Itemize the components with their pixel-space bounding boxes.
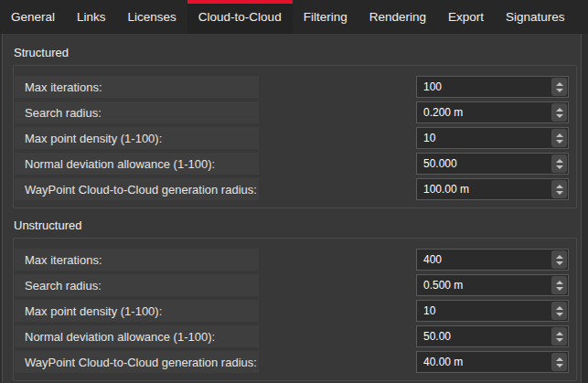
spin-up-icon[interactable]	[556, 306, 563, 310]
settings-tab-bar: General Links Licenses Cloud-to-Cloud Fi…	[0, 0, 588, 34]
structured-row-waypoint-radius: WayPoint Cloud-to-Cloud generation radiu…	[15, 178, 569, 200]
search-radius-spinbox[interactable]: 0.200 m	[416, 101, 569, 123]
tab-licenses[interactable]: Licenses	[117, 0, 187, 34]
spinbox-value: 400	[417, 253, 551, 266]
normal-deviation-spinbox[interactable]: 50.000	[416, 153, 569, 175]
field-label: WayPoint Cloud-to-Cloud generation radiu…	[15, 178, 259, 200]
spinner-buttons[interactable]	[551, 250, 567, 269]
field-label: Max point density (1-100):	[15, 300, 259, 322]
structured-row-normal-deviation: Normal deviation allowance (1-100): 50.0…	[15, 153, 569, 175]
structured-row-search-radius: Search radius: 0.200 m	[15, 101, 569, 123]
tab-label: Filtering	[304, 10, 347, 24]
spin-up-icon[interactable]	[556, 357, 563, 361]
section-title-structured: Structured	[14, 46, 581, 60]
spin-up-icon[interactable]	[556, 281, 563, 284]
unstructured-row-normal-deviation: Normal deviation allowance (1-100): 50.0…	[15, 325, 569, 347]
spin-down-icon[interactable]	[556, 191, 563, 195]
spinbox-value: 0.200 m	[417, 106, 551, 119]
tab-label: Rendering	[369, 10, 426, 24]
spin-down-icon[interactable]	[556, 313, 563, 316]
tab-rendering[interactable]: Rendering	[358, 0, 437, 34]
spinbox-value: 50.00	[417, 330, 551, 343]
spin-up-icon[interactable]	[556, 159, 563, 163]
tab-label: Export	[448, 10, 484, 24]
spinbox-value: 40.00 m	[417, 356, 551, 368]
unstructured-row-search-radius: Search radius: 0.500 m	[15, 274, 569, 296]
max-point-density-spinbox[interactable]: 10	[416, 127, 569, 149]
tab-label: Licenses	[128, 10, 176, 24]
spinbox-value: 50.000	[417, 157, 551, 170]
tab-cloud-to-cloud[interactable]: Cloud-to-Cloud	[187, 0, 293, 34]
spinner-buttons[interactable]	[551, 302, 567, 320]
structured-groupbox: Max iterations: 100 Search radius: 0.200…	[13, 65, 577, 208]
spinner-buttons[interactable]	[551, 327, 567, 346]
spin-up-icon[interactable]	[556, 332, 563, 335]
tab-signatures[interactable]: Signatures	[495, 0, 576, 34]
spin-up-icon[interactable]	[556, 255, 563, 259]
field-label: Max iterations:	[15, 76, 259, 98]
active-tab-accent-bar	[187, 0, 293, 4]
tab-filtering[interactable]: Filtering	[293, 0, 358, 34]
field-label: Max point density (1-100):	[15, 127, 259, 149]
spinner-buttons[interactable]	[551, 103, 567, 122]
spinner-buttons[interactable]	[551, 180, 567, 198]
spin-down-icon[interactable]	[556, 165, 563, 169]
spin-down-icon[interactable]	[556, 364, 563, 367]
structured-row-max-iterations: Max iterations: 100	[15, 76, 569, 98]
tab-label: Signatures	[506, 10, 565, 24]
spinbox-value: 0.500 m	[417, 279, 551, 292]
waypoint-generation-radius-spinbox[interactable]: 40.00 m	[416, 351, 569, 373]
tab-label: Cloud-to-Cloud	[198, 10, 282, 24]
structured-row-max-point-density: Max point density (1-100): 10	[15, 127, 569, 149]
max-iterations-spinbox[interactable]: 100	[416, 76, 569, 98]
spin-up-icon[interactable]	[556, 185, 563, 188]
spinbox-value: 10	[417, 304, 551, 317]
spin-down-icon[interactable]	[556, 261, 563, 265]
spinner-buttons[interactable]	[551, 276, 567, 294]
spin-down-icon[interactable]	[556, 338, 563, 342]
spin-up-icon[interactable]	[556, 133, 563, 137]
spin-down-icon[interactable]	[556, 287, 563, 291]
spinner-buttons[interactable]	[551, 78, 567, 96]
max-iterations-spinbox[interactable]: 400	[416, 249, 569, 271]
spin-up-icon[interactable]	[556, 108, 563, 112]
max-point-density-spinbox[interactable]: 10	[416, 300, 569, 322]
waypoint-generation-radius-spinbox[interactable]: 100.00 m	[416, 178, 569, 200]
section-title-unstructured: Unstructured	[14, 218, 581, 233]
tab-label: Links	[77, 10, 106, 24]
cloud-to-cloud-settings-panel: Structured Max iterations: 100 Search ra…	[2, 34, 582, 383]
spin-down-icon[interactable]	[556, 114, 563, 118]
field-label: Search radius:	[15, 101, 259, 123]
field-label: Search radius:	[15, 274, 259, 296]
tab-general[interactable]: General	[0, 0, 66, 34]
tab-export[interactable]: Export	[437, 0, 495, 34]
spinner-buttons[interactable]	[551, 154, 567, 173]
unstructured-row-max-point-density: Max point density (1-100): 10	[15, 300, 569, 322]
tab-label: General	[11, 10, 55, 24]
field-label: WayPoint Cloud-to-Cloud generation radiu…	[15, 351, 259, 373]
normal-deviation-spinbox[interactable]: 50.00	[416, 325, 569, 347]
unstructured-groupbox: Max iterations: 400 Search radius: 0.500…	[13, 238, 577, 381]
field-label: Max iterations:	[15, 249, 259, 271]
spinbox-value: 100.00 m	[417, 183, 551, 196]
unstructured-row-waypoint-radius: WayPoint Cloud-to-Cloud generation radiu…	[15, 351, 569, 373]
spin-down-icon[interactable]	[556, 89, 563, 92]
spinbox-value: 10	[417, 132, 551, 144]
field-label: Normal deviation allowance (1-100):	[15, 153, 259, 175]
field-label: Normal deviation allowance (1-100):	[15, 325, 259, 347]
tab-links[interactable]: Links	[66, 0, 117, 34]
spin-down-icon[interactable]	[556, 140, 563, 144]
search-radius-spinbox[interactable]: 0.500 m	[416, 274, 569, 296]
spin-up-icon[interactable]	[556, 82, 563, 86]
spinbox-value: 100	[417, 80, 551, 93]
spinner-buttons[interactable]	[551, 129, 567, 147]
spinner-buttons[interactable]	[551, 353, 567, 371]
unstructured-row-max-iterations: Max iterations: 400	[15, 249, 569, 271]
